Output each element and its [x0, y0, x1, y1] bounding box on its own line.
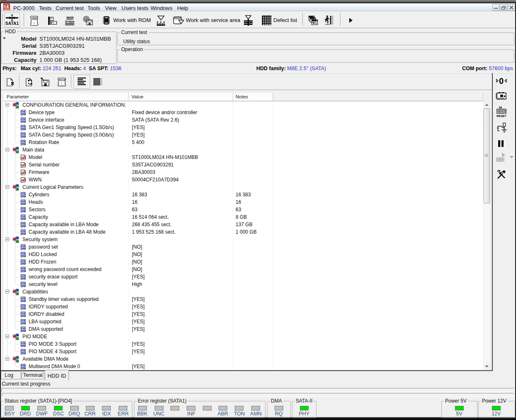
svg-text:0: 0 — [499, 76, 504, 85]
svg-text:0: 0 — [497, 109, 499, 113]
svg-text:i: i — [61, 81, 62, 85]
svg-text:ab: ab — [21, 170, 26, 175]
svg-text:0: 0 — [501, 109, 503, 113]
svg-text:ab: ab — [21, 178, 26, 182]
svg-text:RESET: RESET — [497, 114, 506, 118]
svg-text:4: 4 — [7, 5, 9, 9]
svg-text:0110: 0110 — [59, 79, 66, 82]
svg-text:0: 0 — [504, 109, 506, 113]
svg-text:ab: ab — [21, 163, 26, 167]
svg-text:57600: 57600 — [65, 20, 75, 24]
svg-text:9600: 9600 — [66, 16, 74, 20]
svg-text:ab: ab — [21, 155, 26, 160]
svg-text:i: i — [34, 21, 35, 25]
